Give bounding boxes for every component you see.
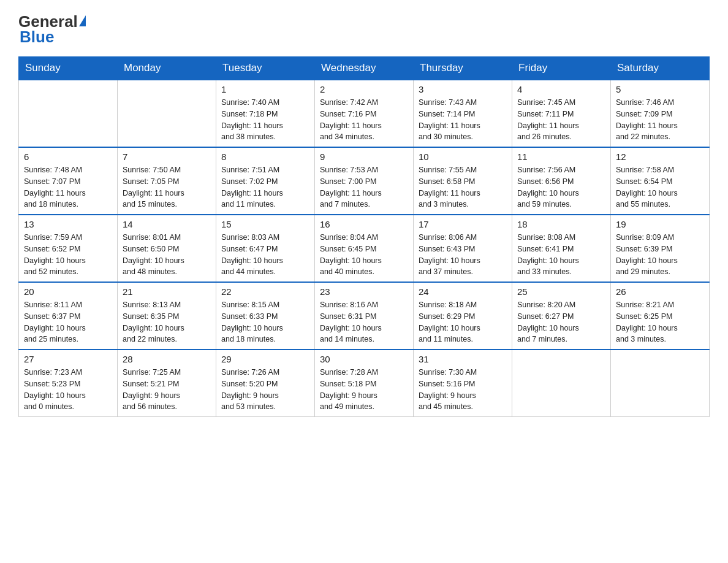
- day-number: 22: [221, 286, 309, 297]
- day-number: 15: [221, 219, 309, 229]
- logo-blue-label: Blue: [20, 28, 54, 47]
- day-info: Sunrise: 7:51 AMSunset: 7:02 PMDaylight:…: [221, 164, 309, 210]
- calendar-cell: 26Sunrise: 8:21 AMSunset: 6:25 PMDayligh…: [611, 282, 710, 350]
- day-number: 20: [24, 286, 112, 297]
- day-info: Sunrise: 7:28 AMSunset: 5:18 PMDaylight:…: [320, 367, 408, 413]
- calendar-cell: 17Sunrise: 8:06 AMSunset: 6:43 PMDayligh…: [414, 215, 512, 282]
- calendar-cell: 21Sunrise: 8:13 AMSunset: 6:35 PMDayligh…: [118, 282, 216, 350]
- calendar-table: SundayMondayTuesdayWednesdayThursdayFrid…: [18, 56, 710, 417]
- calendar-cell: 8Sunrise: 7:51 AMSunset: 7:02 PMDaylight…: [216, 147, 315, 215]
- day-info: Sunrise: 8:20 AMSunset: 6:27 PMDaylight:…: [517, 299, 605, 345]
- day-number: 1: [221, 84, 309, 94]
- calendar-cell: [611, 350, 710, 417]
- calendar-cell: [19, 80, 118, 147]
- day-info: Sunrise: 8:15 AMSunset: 6:33 PMDaylight:…: [221, 299, 309, 345]
- day-number: 31: [419, 354, 507, 364]
- day-info: Sunrise: 7:46 AMSunset: 7:09 PMDaylight:…: [616, 97, 704, 143]
- page-header: General Blue: [18, 12, 710, 47]
- calendar-cell: 27Sunrise: 7:23 AMSunset: 5:23 PMDayligh…: [19, 350, 118, 417]
- day-number: 9: [320, 151, 408, 162]
- week-row-3: 13Sunrise: 7:59 AMSunset: 6:52 PMDayligh…: [19, 215, 710, 282]
- day-number: 25: [517, 286, 605, 297]
- day-header-wednesday: Wednesday: [315, 57, 414, 80]
- calendar-cell: 15Sunrise: 8:03 AMSunset: 6:47 PMDayligh…: [216, 215, 315, 282]
- day-info: Sunrise: 7:40 AMSunset: 7:18 PMDaylight:…: [221, 97, 309, 143]
- calendar-cell: 14Sunrise: 8:01 AMSunset: 6:50 PMDayligh…: [118, 215, 216, 282]
- day-number: 2: [320, 84, 408, 94]
- calendar-cell: 24Sunrise: 8:18 AMSunset: 6:29 PMDayligh…: [414, 282, 512, 350]
- day-info: Sunrise: 8:08 AMSunset: 6:41 PMDaylight:…: [517, 232, 605, 278]
- day-info: Sunrise: 7:59 AMSunset: 6:52 PMDaylight:…: [24, 232, 112, 278]
- calendar-cell: 2Sunrise: 7:42 AMSunset: 7:16 PMDaylight…: [315, 80, 414, 147]
- day-number: 16: [320, 219, 408, 229]
- day-number: 29: [221, 354, 309, 364]
- day-info: Sunrise: 7:56 AMSunset: 6:56 PMDaylight:…: [517, 164, 605, 210]
- calendar-cell: 19Sunrise: 8:09 AMSunset: 6:39 PMDayligh…: [611, 215, 710, 282]
- calendar-cell: 4Sunrise: 7:45 AMSunset: 7:11 PMDaylight…: [512, 80, 611, 147]
- week-row-4: 20Sunrise: 8:11 AMSunset: 6:37 PMDayligh…: [19, 282, 710, 350]
- week-row-5: 27Sunrise: 7:23 AMSunset: 5:23 PMDayligh…: [19, 350, 710, 417]
- day-number: 23: [320, 286, 408, 297]
- calendar-cell: 20Sunrise: 8:11 AMSunset: 6:37 PMDayligh…: [19, 282, 118, 350]
- day-info: Sunrise: 8:13 AMSunset: 6:35 PMDaylight:…: [123, 299, 211, 345]
- day-info: Sunrise: 8:04 AMSunset: 6:45 PMDaylight:…: [320, 232, 408, 278]
- day-info: Sunrise: 8:06 AMSunset: 6:43 PMDaylight:…: [419, 232, 507, 278]
- day-number: 11: [517, 151, 605, 162]
- day-info: Sunrise: 7:30 AMSunset: 5:16 PMDaylight:…: [419, 367, 507, 413]
- calendar-header-row: SundayMondayTuesdayWednesdayThursdayFrid…: [19, 57, 710, 80]
- calendar-cell: 6Sunrise: 7:48 AMSunset: 7:07 PMDaylight…: [19, 147, 118, 215]
- calendar-cell: 18Sunrise: 8:08 AMSunset: 6:41 PMDayligh…: [512, 215, 611, 282]
- day-number: 12: [616, 151, 704, 162]
- day-info: Sunrise: 7:23 AMSunset: 5:23 PMDaylight:…: [24, 367, 112, 413]
- day-number: 18: [517, 219, 605, 229]
- day-info: Sunrise: 7:43 AMSunset: 7:14 PMDaylight:…: [419, 97, 507, 143]
- day-header-friday: Friday: [512, 57, 611, 80]
- calendar-cell: 11Sunrise: 7:56 AMSunset: 6:56 PMDayligh…: [512, 147, 611, 215]
- day-info: Sunrise: 8:03 AMSunset: 6:47 PMDaylight:…: [221, 232, 309, 278]
- day-info: Sunrise: 7:53 AMSunset: 7:00 PMDaylight:…: [320, 164, 408, 210]
- day-info: Sunrise: 7:25 AMSunset: 5:21 PMDaylight:…: [123, 367, 211, 413]
- day-number: 10: [419, 151, 507, 162]
- day-info: Sunrise: 8:01 AMSunset: 6:50 PMDaylight:…: [123, 232, 211, 278]
- calendar-cell: 9Sunrise: 7:53 AMSunset: 7:00 PMDaylight…: [315, 147, 414, 215]
- day-number: 7: [123, 151, 211, 162]
- day-number: 3: [419, 84, 507, 94]
- calendar-cell: 7Sunrise: 7:50 AMSunset: 7:05 PMDaylight…: [118, 147, 216, 215]
- day-number: 26: [616, 286, 704, 297]
- day-number: 4: [517, 84, 605, 94]
- day-info: Sunrise: 8:09 AMSunset: 6:39 PMDaylight:…: [616, 232, 704, 278]
- day-number: 28: [123, 354, 211, 364]
- day-header-saturday: Saturday: [611, 57, 710, 80]
- calendar-cell: 12Sunrise: 7:58 AMSunset: 6:54 PMDayligh…: [611, 147, 710, 215]
- calendar-cell: 30Sunrise: 7:28 AMSunset: 5:18 PMDayligh…: [315, 350, 414, 417]
- calendar-cell: 5Sunrise: 7:46 AMSunset: 7:09 PMDaylight…: [611, 80, 710, 147]
- week-row-2: 6Sunrise: 7:48 AMSunset: 7:07 PMDaylight…: [19, 147, 710, 215]
- day-number: 17: [419, 219, 507, 229]
- calendar-cell: 16Sunrise: 8:04 AMSunset: 6:45 PMDayligh…: [315, 215, 414, 282]
- day-info: Sunrise: 7:55 AMSunset: 6:58 PMDaylight:…: [419, 164, 507, 210]
- day-header-sunday: Sunday: [19, 57, 118, 80]
- day-info: Sunrise: 8:18 AMSunset: 6:29 PMDaylight:…: [419, 299, 507, 345]
- day-info: Sunrise: 7:26 AMSunset: 5:20 PMDaylight:…: [221, 367, 309, 413]
- day-info: Sunrise: 7:50 AMSunset: 7:05 PMDaylight:…: [123, 164, 211, 210]
- day-header-monday: Monday: [118, 57, 216, 80]
- logo: General Blue: [18, 12, 87, 47]
- day-info: Sunrise: 7:58 AMSunset: 6:54 PMDaylight:…: [616, 164, 704, 210]
- calendar-cell: 13Sunrise: 7:59 AMSunset: 6:52 PMDayligh…: [19, 215, 118, 282]
- day-number: 19: [616, 219, 704, 229]
- calendar-cell: 22Sunrise: 8:15 AMSunset: 6:33 PMDayligh…: [216, 282, 315, 350]
- calendar-cell: 29Sunrise: 7:26 AMSunset: 5:20 PMDayligh…: [216, 350, 315, 417]
- calendar-cell: 1Sunrise: 7:40 AMSunset: 7:18 PMDaylight…: [216, 80, 315, 147]
- day-info: Sunrise: 8:11 AMSunset: 6:37 PMDaylight:…: [24, 299, 112, 345]
- day-info: Sunrise: 8:21 AMSunset: 6:25 PMDaylight:…: [616, 299, 704, 345]
- day-number: 13: [24, 219, 112, 229]
- day-number: 27: [24, 354, 112, 364]
- calendar-cell: [118, 80, 216, 147]
- day-info: Sunrise: 7:42 AMSunset: 7:16 PMDaylight:…: [320, 97, 408, 143]
- day-number: 8: [221, 151, 309, 162]
- day-number: 21: [123, 286, 211, 297]
- day-number: 5: [616, 84, 704, 94]
- calendar-cell: 23Sunrise: 8:16 AMSunset: 6:31 PMDayligh…: [315, 282, 414, 350]
- day-info: Sunrise: 7:48 AMSunset: 7:07 PMDaylight:…: [24, 164, 112, 210]
- day-number: 6: [24, 151, 112, 162]
